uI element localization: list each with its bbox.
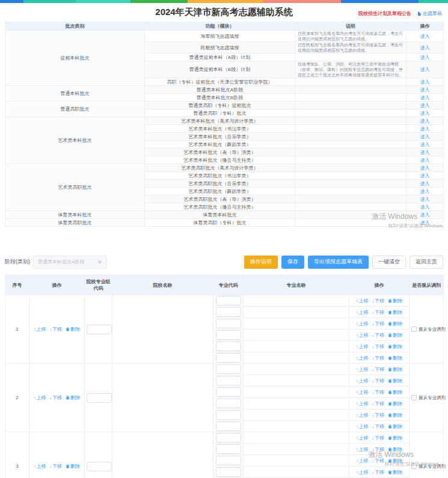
major-code-input[interactable]	[216, 410, 241, 420]
move-up-link[interactable]: ↑上移	[356, 412, 369, 418]
major-code-input[interactable]	[216, 421, 241, 431]
move-up-link[interactable]: ↑上移	[34, 395, 46, 400]
move-down-link[interactable]: ↓下移	[372, 401, 385, 406]
move-up-link[interactable]: ↑上移	[356, 310, 369, 315]
enter-link[interactable]: 进入	[420, 197, 430, 202]
major-code-input[interactable]	[216, 364, 241, 374]
enter-link[interactable]: 进入	[420, 158, 430, 163]
move-up-link[interactable]: ↑上移	[356, 401, 369, 406]
move-up-link[interactable]: ↑上移	[356, 447, 369, 452]
adjust-checkbox[interactable]	[411, 326, 417, 332]
move-down-link[interactable]: ↓下移	[50, 464, 63, 469]
major-code-input[interactable]	[216, 399, 241, 408]
move-down-link[interactable]: ↓下移	[372, 310, 385, 315]
enter-link[interactable]: 进入	[420, 45, 430, 51]
export-draft-button[interactable]: 导出填报志愿草稿表	[308, 256, 369, 269]
delete-link[interactable]: 删除	[388, 344, 402, 349]
move-down-link[interactable]: ↓下移	[372, 458, 385, 464]
group-code-input[interactable]	[87, 462, 112, 471]
delete-link[interactable]: 删除	[388, 378, 402, 384]
enter-link[interactable]: 进入	[420, 165, 430, 171]
move-down-link[interactable]: ↓下移	[372, 321, 385, 326]
back-home-button[interactable]: 返回主页	[410, 256, 443, 269]
move-down-link[interactable]: ↓下移	[372, 378, 385, 384]
enter-link[interactable]: 进入	[420, 55, 430, 60]
enter-link[interactable]: 进入	[420, 142, 430, 147]
clear-all-button[interactable]: 一键清空	[372, 256, 406, 269]
move-up-link[interactable]: ↑上移	[356, 321, 369, 326]
enter-link[interactable]: 进入	[420, 204, 430, 210]
enter-link[interactable]: 进入	[420, 220, 430, 225]
major-code-input[interactable]	[216, 376, 241, 385]
move-up-link[interactable]: ↑上移	[356, 378, 369, 384]
delete-link[interactable]: 删除	[388, 458, 402, 464]
move-down-link[interactable]: ↓下移	[372, 355, 385, 361]
plan-notice-link[interactable]: 院校招生计划及章程公告	[358, 10, 411, 17]
delete-link[interactable]: 删除	[388, 332, 402, 338]
move-down-link[interactable]: ↓下移	[372, 435, 385, 441]
enter-link[interactable]: 进入	[420, 126, 430, 132]
move-up-link[interactable]: ↑上移	[356, 367, 369, 372]
group-code-input[interactable]	[87, 325, 112, 334]
move-up-link[interactable]: ↑上移	[356, 470, 369, 475]
delete-link[interactable]: 删除	[388, 310, 402, 315]
delete-link[interactable]: 删除	[388, 298, 402, 304]
enter-link[interactable]: 进入	[420, 189, 430, 194]
delete-link[interactable]: 删除	[388, 367, 402, 372]
move-up-link[interactable]: ↑上移	[356, 424, 369, 429]
adjust-checkbox[interactable]	[411, 395, 417, 400]
move-down-link[interactable]: ↓下移	[50, 326, 63, 332]
enter-link[interactable]: 进入	[420, 34, 430, 39]
delete-link[interactable]: 删除	[66, 464, 80, 469]
move-down-link[interactable]: ↓下移	[372, 344, 385, 349]
major-code-input[interactable]	[216, 433, 241, 443]
enter-link[interactable]: 进入	[420, 67, 430, 72]
delete-link[interactable]: 删除	[388, 470, 402, 475]
move-up-link[interactable]: ↑上移	[356, 344, 369, 349]
delete-link[interactable]: 删除	[388, 321, 402, 326]
major-code-input[interactable]	[216, 342, 241, 351]
move-up-link[interactable]: ↑上移	[34, 326, 46, 332]
major-code-input[interactable]	[216, 296, 241, 305]
enter-link[interactable]: 进入	[420, 95, 430, 100]
enter-link[interactable]: 进入	[420, 212, 430, 218]
move-up-link[interactable]: ↑上移	[356, 298, 369, 304]
delete-link[interactable]: 删除	[388, 355, 402, 361]
move-down-link[interactable]: ↓下移	[372, 298, 385, 304]
enter-link[interactable]: 进入	[420, 118, 430, 124]
major-code-input[interactable]	[216, 319, 241, 328]
major-code-input[interactable]	[216, 307, 241, 317]
move-down-link[interactable]: ↓下移	[372, 412, 385, 418]
delete-link[interactable]: 删除	[388, 447, 402, 452]
enter-link[interactable]: 进入	[420, 181, 430, 186]
group-code-input[interactable]	[87, 393, 112, 403]
enter-link[interactable]: 进入	[420, 111, 430, 116]
major-code-input[interactable]	[216, 330, 241, 340]
enter-link[interactable]: 进入	[420, 134, 430, 139]
delete-link[interactable]: 删除	[388, 424, 402, 429]
delete-link[interactable]: 删除	[66, 326, 80, 332]
save-button[interactable]: 保存	[281, 256, 304, 269]
major-code-input[interactable]	[216, 456, 241, 465]
move-down-link[interactable]: ↓下移	[372, 447, 385, 452]
move-up-link[interactable]: ↑上移	[34, 464, 46, 469]
move-up-link[interactable]: ↑上移	[356, 390, 369, 395]
move-down-link[interactable]: ↓下移	[372, 424, 385, 429]
operation-help-button[interactable]: 操作说明	[244, 256, 278, 269]
move-up-link[interactable]: ↑上移	[356, 458, 369, 464]
move-up-link[interactable]: ↑上移	[356, 332, 369, 338]
enter-link[interactable]: 进入	[420, 150, 430, 155]
enter-link[interactable]: 进入	[420, 103, 430, 108]
move-up-link[interactable]: ↑上移	[356, 355, 369, 361]
move-down-link[interactable]: ↓下移	[372, 390, 385, 395]
draft-link[interactable]: 志愿草稿	[417, 10, 442, 17]
major-code-input[interactable]	[216, 467, 241, 477]
delete-link[interactable]: 删除	[388, 390, 402, 395]
major-code-input[interactable]	[216, 444, 241, 454]
major-code-input[interactable]	[216, 353, 241, 363]
move-down-link[interactable]: ↓下移	[50, 395, 63, 400]
major-code-input[interactable]	[216, 387, 241, 397]
adjust-checkbox[interactable]	[411, 464, 417, 469]
move-up-link[interactable]: ↑上移	[356, 435, 369, 441]
delete-link[interactable]: 删除	[388, 412, 402, 418]
